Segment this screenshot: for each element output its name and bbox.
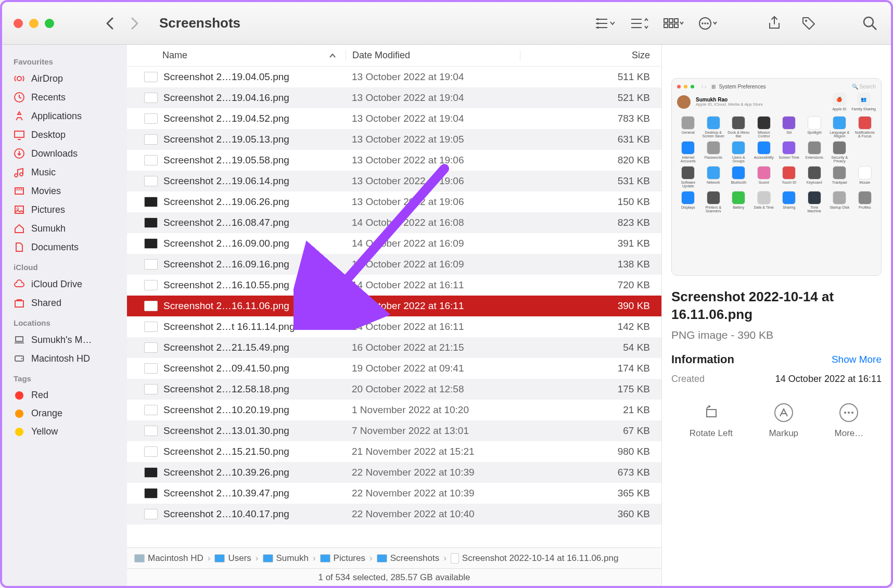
file-row[interactable]: Screenshot 2…16.11.06.png 14 October 202… <box>127 296 661 316</box>
share-icon[interactable] <box>763 12 786 35</box>
file-list[interactable]: Screenshot 2…19.04.05.png 13 October 202… <box>127 67 661 547</box>
file-date: 13 October 2022 at 19:05 <box>346 134 520 145</box>
path-crumb-label: Pictures <box>334 553 365 564</box>
file-row[interactable]: Screenshot 2…10.20.19.png 1 November 202… <box>127 400 661 420</box>
file-row[interactable]: Screenshot 2…t 16.11.14.png 14 October 2… <box>127 316 661 337</box>
minimize-window-button[interactable] <box>29 19 39 28</box>
file-date: 21 November 2022 at 15:21 <box>346 446 520 457</box>
path-crumb[interactable]: Sumukh <box>263 553 309 564</box>
path-bar[interactable]: Macintosh HD›Users›Sumukh›Pictures›Scree… <box>127 547 661 568</box>
column-date[interactable]: Date Modified <box>346 50 520 61</box>
sidebar-item-icloud-drive[interactable]: iCloud Drive <box>7 275 122 293</box>
sidebar-item-downloads[interactable]: Downloads <box>7 144 122 163</box>
file-row[interactable]: Screenshot 2…10.40.17.png 22 November 20… <box>127 504 661 525</box>
close-window-button[interactable] <box>14 19 23 28</box>
rotate-left-action[interactable]: Rotate Left <box>690 403 733 439</box>
file-row[interactable]: Screenshot 2…19.06.26.png 13 October 202… <box>127 191 661 212</box>
file-row[interactable]: Screenshot 2…09.41.50.png 19 October 202… <box>127 358 661 379</box>
file-row[interactable]: Screenshot 2…19.06.14.png 13 October 202… <box>127 171 661 191</box>
svg-rect-14 <box>674 24 678 28</box>
file-row[interactable]: Screenshot 2…19.04.52.png 13 October 202… <box>127 108 661 129</box>
view-list-options-icon[interactable] <box>593 12 616 35</box>
file-name: Screenshot 2…19.06.14.png <box>163 175 346 187</box>
action-menu-icon[interactable] <box>696 12 719 35</box>
file-thumbnail-icon <box>143 72 159 82</box>
sidebar-item-sumukh-s-m-[interactable]: Sumukh's M… <box>7 330 122 349</box>
file-date: 16 October 2022 at 21:15 <box>346 342 520 353</box>
sidebar-item-desktop[interactable]: Desktop <box>7 125 122 144</box>
file-name: Screenshot 2…19.04.16.png <box>163 92 346 104</box>
svg-rect-24 <box>15 131 24 137</box>
svg-point-19 <box>805 20 807 22</box>
sidebar-item-red[interactable]: Red <box>7 386 122 404</box>
more-action[interactable]: More… <box>835 403 864 439</box>
file-name: Screenshot 2…12.58.18.png <box>163 384 346 395</box>
path-crumb-label: Screenshot 2022-10-14 at 16.11.06.png <box>462 553 619 564</box>
markup-action[interactable]: Markup <box>769 403 798 439</box>
sidebar-item-applications[interactable]: Applications <box>7 107 122 125</box>
file-thumbnail-icon <box>143 197 159 207</box>
file-size: 823 KB <box>520 217 661 228</box>
sidebar-item-documents[interactable]: Documents <box>7 238 122 257</box>
search-icon[interactable] <box>859 12 882 35</box>
file-size: 365 KB <box>520 488 661 499</box>
path-crumb[interactable]: Screenshot 2022-10-14 at 16.11.06.png <box>451 553 619 564</box>
file-row[interactable]: Screenshot 2…12.58.18.png 20 October 202… <box>127 379 661 400</box>
file-row[interactable]: Screenshot 2…16.08.47.png 14 October 202… <box>127 212 661 233</box>
file-row[interactable]: Screenshot 2…19.04.16.png 13 October 202… <box>127 87 661 108</box>
file-date: 14 October 2022 at 16:09 <box>346 259 520 270</box>
hdd-icon <box>14 353 25 364</box>
file-row[interactable]: Screenshot 2…15.21.50.png 21 November 20… <box>127 441 661 462</box>
sidebar-item-orange[interactable]: Orange <box>7 404 122 423</box>
column-name[interactable]: Name <box>127 50 346 61</box>
sidebar-item-yellow[interactable]: Yellow <box>7 423 122 441</box>
file-row[interactable]: Screenshot 2…19.05.58.png 13 October 202… <box>127 150 661 171</box>
path-crumb[interactable]: Screenshots <box>377 553 440 564</box>
sidebar-item-airdrop[interactable]: AirDrop <box>7 69 122 88</box>
column-size[interactable]: Size <box>520 50 661 61</box>
tag-dot-icon <box>15 428 23 436</box>
file-row[interactable]: Screenshot 2…16.09.00.png 14 October 202… <box>127 233 661 254</box>
tag-icon[interactable] <box>797 12 820 35</box>
inspector-pane: ‹ › ⊞ System Preferences 🔍 Search Sumukh… <box>662 45 891 586</box>
folder-icon <box>214 554 225 563</box>
fullscreen-window-button[interactable] <box>45 19 54 28</box>
file-row[interactable]: Screenshot 2…16.10.55.png 14 October 202… <box>127 275 661 296</box>
file-name: Screenshot 2…19.05.13.png <box>163 134 346 145</box>
view-sort-icon[interactable] <box>628 12 650 35</box>
path-crumb-label: Macintosh HD <box>148 553 203 564</box>
sidebar-item-music[interactable]: Music <box>7 163 122 182</box>
back-button[interactable] <box>105 16 116 31</box>
created-value: 14 October 2022 at 16:11 <box>775 374 882 385</box>
file-size: 390 KB <box>520 300 661 312</box>
file-thumbnail-icon <box>143 155 159 165</box>
file-row[interactable]: Screenshot 2…10.39.47.png 22 November 20… <box>127 483 661 504</box>
shared-icon <box>14 297 25 309</box>
sidebar-item-macintosh-hd[interactable]: Macintosh HD <box>7 349 122 368</box>
file-row[interactable]: Screenshot 2…19.04.05.png 13 October 202… <box>127 67 661 87</box>
svg-rect-13 <box>669 24 673 28</box>
path-crumb[interactable]: Pictures <box>320 553 365 564</box>
file-row[interactable]: Screenshot 2…13.01.30.png 7 November 202… <box>127 420 661 441</box>
tag-dot-icon <box>15 410 23 418</box>
sidebar-item-sumukh[interactable]: Sumukh <box>7 219 122 238</box>
sidebar-item-movies[interactable]: Movies <box>7 182 122 200</box>
sidebar-item-shared[interactable]: Shared <box>7 293 122 312</box>
file-row[interactable]: Screenshot 2…16.09.16.png 14 October 202… <box>127 254 661 275</box>
sidebar-item-recents[interactable]: Recents <box>7 88 122 107</box>
forward-button[interactable] <box>129 16 139 31</box>
path-crumb[interactable]: Macintosh HD <box>134 553 203 564</box>
file-row[interactable]: Screenshot 2…10.39.26.png 22 November 20… <box>127 462 661 483</box>
file-row[interactable]: Screenshot 2…19.05.13.png 13 October 202… <box>127 129 661 150</box>
file-thumbnail-icon <box>143 405 159 415</box>
sidebar-item-label: iCloud Drive <box>31 279 82 290</box>
path-crumb[interactable]: Users <box>214 553 251 564</box>
sidebar-item-pictures[interactable]: Pictures <box>7 200 122 219</box>
view-group-icon[interactable] <box>662 12 685 35</box>
show-more-link[interactable]: Show More <box>832 354 882 365</box>
file-row[interactable]: Screenshot 2…21.15.49.png 16 October 202… <box>127 337 661 358</box>
file-name: Screenshot 2…10.39.47.png <box>163 488 346 499</box>
sidebar-item-label: Sumukh's M… <box>31 335 92 346</box>
path-crumb-label: Sumukh <box>276 553 309 564</box>
file-name: Screenshot 2…16.09.16.png <box>163 259 346 270</box>
